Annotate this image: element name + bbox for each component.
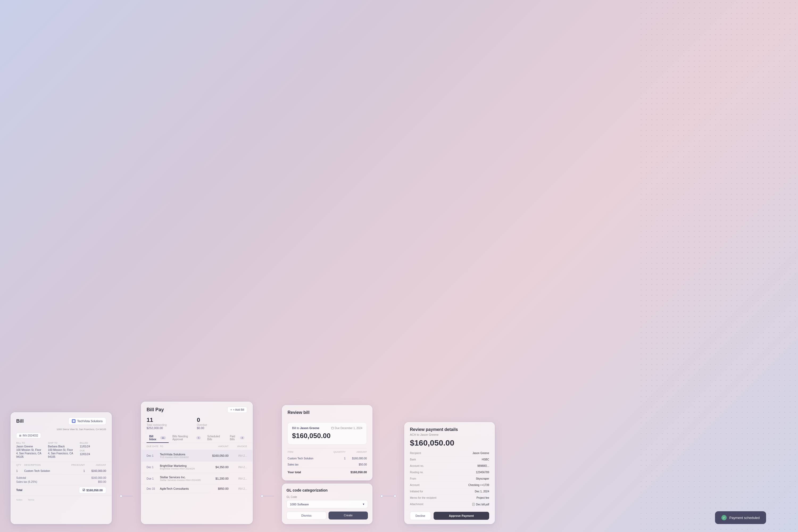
bill-row-4[interactable]: Dec 15 AgileTech Consultants $850.00 INV… (141, 484, 252, 493)
pd-routing-value: 123456789 (476, 471, 489, 474)
ship-to-label: Ship to (48, 441, 74, 444)
pd-initiated-value: Dec 1, 2024 (475, 490, 489, 493)
bill-vendor-2: BrightStar Marketing BrightStar Invoice … (160, 464, 205, 470)
review-bill-title: Review bill (288, 410, 367, 415)
subtotal-row: Subtotal $160,000.00 (16, 476, 106, 479)
pd-initiated: Initiated for Dec 1, 2024 (410, 488, 489, 495)
pd-bank: Bank HSBC (410, 456, 489, 463)
tab-approval-badge: 5 (196, 436, 201, 439)
payment-actions: Decline Approve Payment (404, 508, 494, 524)
outstanding-label: Total outstanding (147, 423, 191, 426)
add-bill-button[interactable]: + + Add Bill (227, 407, 247, 413)
bill-amount-2: $4,350.00 (205, 466, 228, 469)
chevron-down-icon: ▾ (363, 502, 364, 506)
li-amount-1: $160,000.00 (345, 457, 367, 460)
pd-recipient-value: Jason Greene (472, 452, 489, 455)
li-qty-2 (329, 463, 345, 466)
scheduled-check-icon: ✓ (721, 515, 727, 520)
connector-3 (380, 495, 396, 497)
invoice-icon: ⊞ (19, 434, 21, 437)
pd-attachment-value: Dec bill.pdf (472, 503, 489, 506)
overdue-count: 0 (197, 417, 242, 423)
your-total-row: Your total $160,050.00 (288, 468, 367, 476)
billpay-title: Bill Pay (147, 407, 164, 413)
decline-button[interactable]: Decline (410, 512, 431, 520)
payment-details: Recipient Jason Greene Bank HSBC Account… (404, 450, 494, 508)
overdue-stat: 0 Overdue $0.00 (197, 417, 247, 430)
payment-header: Review payment details ACH to Jason Gree… (404, 422, 494, 450)
billed-label: Billed (80, 441, 106, 444)
gl-title: GL code categorization (286, 488, 368, 492)
th-price: Price/Unit (69, 464, 85, 466)
payment-sub: ACH to Jason Greene (410, 433, 489, 436)
pd-account-label: Account no. (410, 464, 424, 467)
bill-invoice-3: INV-2... (228, 477, 247, 480)
grand-total-row: Total ☑ $160,050.00 (16, 485, 106, 493)
bill-date-1: Dec 1 (147, 454, 160, 457)
pd-memo-label: Memo for the recipient (410, 496, 437, 499)
pd-recipient: Recipient Jason Greene (410, 450, 489, 456)
tab-bills-approval[interactable]: Bills Needing Approval 5 (170, 433, 204, 443)
bill-vendor-3: Stellar Services Inc. Stellar Services I… (160, 476, 205, 481)
th-amount: Amount (345, 451, 367, 453)
bill-date-2: Dec 1 (147, 466, 160, 469)
gl-select[interactable]: 1000 Software ▾ (286, 500, 368, 508)
th-qty: QTY (16, 464, 24, 466)
connector-dot-3b (394, 495, 396, 497)
vendor-icon (72, 419, 76, 423)
gl-actions: Dismiss Create (286, 512, 368, 519)
pd-from: From Skyscraper (410, 476, 489, 482)
tab-bill-inbox[interactable]: Bill Inbox 11 (147, 433, 169, 443)
bill-amount-3: $1,200.00 (205, 477, 228, 480)
connector-dot-2 (261, 495, 263, 497)
svg-rect-0 (73, 420, 75, 422)
bill-invoice-2: INV-2... (228, 466, 247, 469)
th-invoice: Invoice (228, 445, 247, 448)
review-bill-header: Review bill (282, 405, 372, 422)
create-button[interactable]: Create (328, 512, 368, 519)
total-label: Total (16, 489, 22, 492)
approve-payment-button[interactable]: Approve Payment (434, 512, 489, 520)
vendor-sub-2: BrightStar Invoice #INV-2024029 (160, 467, 205, 470)
svg-rect-1 (331, 427, 334, 429)
pd-initiated-label: Initiated for (410, 490, 423, 493)
bill-to-section: Bill to Jason Greene 100 Mission St, Flo… (16, 441, 42, 459)
total-value: $160,050.00 (87, 489, 103, 492)
bill-row-2[interactable]: Dec 1 BrightStar Marketing BrightStar In… (141, 461, 252, 473)
due-date: 12/01/24 (80, 453, 106, 456)
ship-to-section: Ship to Barbara Black 100 Mission St, Fl… (48, 441, 74, 459)
due-date-label: Due December 1, 2024 (331, 427, 362, 430)
outstanding-count: 11 (147, 417, 191, 423)
gl-label: GL Code (286, 496, 368, 498)
th-to: To (160, 445, 205, 448)
bill-to-name: Jason Greene (16, 445, 42, 448)
scheduled-label: Payment scheduled (729, 516, 760, 520)
pd-from-label: From (410, 477, 416, 480)
review-line-items: Item Quantity Amount Custom Tech Solutio… (288, 448, 367, 468)
outstanding-stat: 11 Total outstanding $252,000.00 (147, 417, 197, 430)
ship-to-name: Barbara Black (48, 445, 74, 448)
review-amount: $160,050.00 (292, 432, 362, 440)
bill-totals: Subtotal $160,000.00 Sales tax (6.25%) $… (11, 474, 111, 496)
bill-title: Bill (16, 418, 24, 424)
pd-routing: Routing no. 123456789 (410, 469, 489, 476)
billpay-header: Bill Pay + + Add Bill (141, 402, 252, 417)
pd-attachment: Attachment Dec bill.pdf (410, 501, 489, 508)
bill-row-1[interactable]: Dec 1 TechVista Solutions TVS Invoice #I… (141, 450, 252, 461)
review-payment-card: Review payment details ACH to Jason Gree… (404, 422, 495, 524)
tab-approval-label: Bills Needing Approval (172, 435, 195, 441)
bill-date-4: Dec 15 (147, 487, 160, 490)
pd-bank-value: HSBC (482, 458, 489, 461)
bill-card: Bill TechVista Solutions 1000 Sierra Vie… (11, 412, 112, 524)
tab-paid[interactable]: Paid Bills 4 (227, 433, 247, 443)
vendor-sub-1: TVS Invoice #INV-2024032 (160, 456, 205, 459)
dismiss-button[interactable]: Dismiss (286, 512, 326, 519)
vendor-badge: TechVista Solutions (68, 417, 106, 425)
row-price: 1 (69, 470, 85, 472)
tab-scheduled[interactable]: Scheduled Bills (205, 433, 226, 443)
bill-row-3[interactable]: Due 1 Stellar Services Inc. Stellar Serv… (141, 473, 252, 484)
pd-memo: Memo for the recipient Project fee (410, 495, 489, 501)
row-amount: $160,000.00 (85, 470, 106, 472)
connector-1 (120, 495, 133, 497)
bill-to-address: 100 Mission St, Floor 4, San Francisco, … (16, 448, 42, 459)
